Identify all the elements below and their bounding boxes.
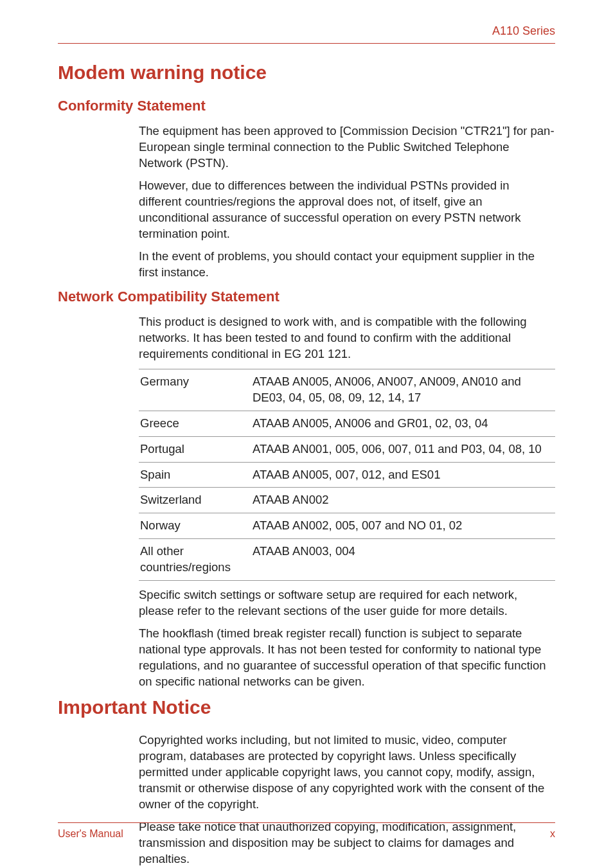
table-row: SwitzerlandATAAB AN002 [139,488,555,513]
country-cell: Switzerland [139,488,251,513]
paragraph: Copyrighted works including, but not lim… [139,732,555,813]
codes-cell: ATAAB AN002, 005, 007 and NO 01, 02 [251,513,555,539]
footer-page-number: x [550,828,555,840]
codes-cell: ATAAB AN005, 007, 012, and ES01 [251,462,555,488]
section-heading-important-notice: Important Notice [58,696,555,718]
paragraph: In the event of problems, you should con… [139,249,555,281]
table-row: NorwayATAAB AN002, 005, 007 and NO 01, 0… [139,513,555,539]
paragraph: However, due to differences between the … [139,178,555,242]
table-row: GreeceATAAB AN005, AN006 and GR01, 02, 0… [139,411,555,436]
paragraph: The hookflash (timed break register reca… [139,626,555,690]
country-cell: All other countries/regions [139,539,251,581]
section-heading-modem-warning: Modem warning notice [58,62,555,84]
subheading-conformity: Conformity Statement [58,98,555,114]
paragraph: This product is designed to work with, a… [139,314,555,362]
table-row: All other countries/regionsATAAB AN003, … [139,539,555,581]
codes-cell: ATAAB AN003, 004 [251,539,555,581]
paragraph: Specific switch settings or software set… [139,587,555,619]
footer-left: User's Manual [58,828,123,840]
page-footer: User's Manual x [58,822,555,840]
codes-cell: ATAAB AN002 [251,488,555,513]
country-cell: Norway [139,513,251,539]
codes-cell: ATAAB AN005, AN006 and GR01, 02, 03, 04 [251,411,555,436]
paragraph: The equipment has been approved to [Comm… [139,123,555,172]
country-cell: Portugal [139,436,251,462]
table-row: PortugalATAAB AN001, 005, 006, 007, 011 … [139,436,555,462]
table-row: GermanyATAAB AN005, AN006, AN007, AN009,… [139,369,555,411]
page-header: A110 Series [58,24,555,44]
codes-cell: ATAAB AN001, 005, 006, 007, 011 and P03,… [251,436,555,462]
country-cell: Germany [139,369,251,411]
compatibility-table: GermanyATAAB AN005, AN006, AN007, AN009,… [139,369,555,581]
country-cell: Greece [139,411,251,436]
series-label: A110 Series [492,24,555,37]
table-row: SpainATAAB AN005, 007, 012, and ES01 [139,462,555,488]
country-cell: Spain [139,462,251,488]
subheading-network-compat: Network Compatibility Statement [58,288,555,305]
codes-cell: ATAAB AN005, AN006, AN007, AN009, AN010 … [251,369,555,411]
